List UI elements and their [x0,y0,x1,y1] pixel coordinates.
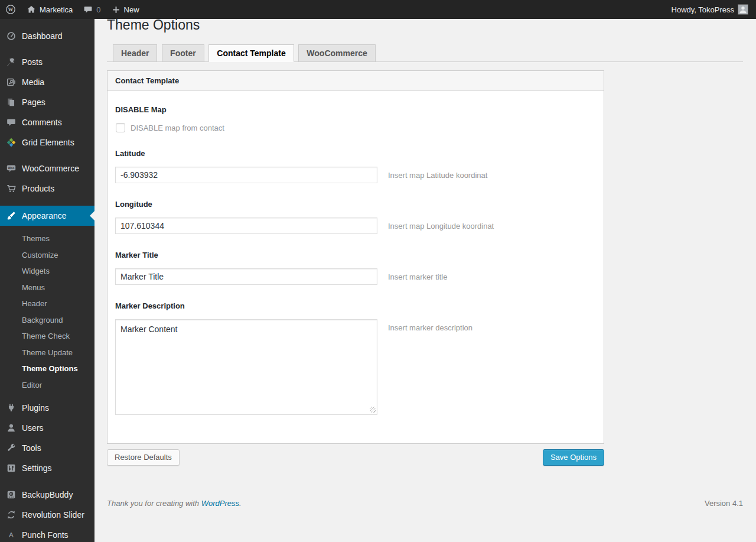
field-help-text: Insert marker title [388,268,447,281]
footer-thanks: Thank you for creating with WordPress. [107,499,242,508]
submenu-item-menus[interactable]: Menus [0,280,94,296]
sidebar-item-label: Appearance [22,211,67,220]
new-content-menu[interactable]: New [106,0,145,19]
page-title: Theme Options [107,17,743,34]
site-name-link[interactable]: Marketica [21,0,78,19]
checkbox-label: DISABLE map from contact [131,124,224,132]
menu-separator [0,199,94,206]
admin-footer: Thank you for creating with WordPress. V… [107,499,743,508]
field-label: Marker Description [115,301,596,310]
new-label: New [124,5,139,14]
comment-count: 0 [96,5,100,14]
sidebar-item-label: Grid Elements [22,138,74,147]
version-text: Version 4.1 [705,499,743,508]
sidebar-item-label: Tools [22,443,41,453]
cart-icon [0,183,22,194]
marker-description-textarea[interactable]: Marker Content [115,319,377,415]
field-label: DISABLE Map [115,105,596,114]
sidebar-item-label: Pages [22,98,45,107]
submenu-item-header[interactable]: Header [0,296,94,312]
submenu-item-editor[interactable]: Editor [0,377,94,394]
wordpress-logo-menu[interactable]: W [0,0,21,19]
grid-elements-icon [0,137,22,148]
contact-template-panel: Contact Template DISABLE Map DISABLE map… [107,70,604,444]
sidebar-item-settings[interactable]: Settings [0,458,94,478]
howdy-text: Howdy, TokoPress [672,5,734,14]
longitude-input[interactable] [115,218,377,234]
wrench-icon [0,443,22,453]
sidebar-item-pages[interactable]: Pages [0,92,94,112]
sidebar-item-label: Products [22,184,54,193]
disable-map-checkbox[interactable] [116,123,125,132]
field-label: Latitude [115,149,596,158]
sidebar-item-label: Comments [22,118,62,127]
avatar [738,5,748,14]
submenu-item-theme-update[interactable]: Theme Update [0,345,94,361]
svg-text:W: W [8,7,14,12]
account-menu[interactable]: Howdy, TokoPress [666,0,756,19]
sidebar-item-label: Revolution Slider [22,510,84,520]
sidebar-item-appearance[interactable]: Appearance [0,206,94,226]
restore-defaults-button[interactable]: Restore Defaults [107,449,180,466]
sidebar-item-backupbuddy[interactable]: BackupBuddy [0,485,94,505]
sidebar-item-dashboard[interactable]: Dashboard [0,26,94,46]
home-icon [27,5,36,14]
sidebar-item-media[interactable]: Media [0,72,94,92]
admin-sidebar: Dashboard Posts Media Pages Comments Gri… [0,19,94,542]
disable-map-option: DISABLE map from contact [115,123,596,132]
plus-icon [112,5,120,14]
sidebar-item-grid-elements[interactable]: Grid Elements [0,132,94,152]
field-help-text: Insert map Latitude koordinat [388,167,487,180]
plugin-icon [0,403,22,413]
tab-footer[interactable]: Footer [162,44,204,62]
submenu-item-theme-options[interactable]: Theme Options [0,361,94,377]
user-icon [0,423,22,433]
footer-thanks-text: Thank you for creating with [107,499,199,508]
field-label: Longitude [115,200,596,209]
sidebar-item-posts[interactable]: Posts [0,52,94,72]
form-actions: Restore Defaults Save Options [107,449,604,466]
sidebar-item-comments[interactable]: Comments [0,112,94,132]
submenu-item-themes[interactable]: Themes [0,231,94,247]
field-disable-map: DISABLE Map DISABLE map from contact [115,105,596,132]
site-name: Marketica [40,5,73,14]
latitude-input[interactable] [115,167,377,183]
submenu-item-background[interactable]: Background [0,312,94,329]
field-marker-description: Marker Description Marker Content Insert… [115,301,596,415]
sidebar-item-revolution-slider[interactable]: Revolution Slider [0,505,94,525]
save-options-button[interactable]: Save Options [543,449,604,466]
brush-icon [0,210,22,221]
wordpress-link[interactable]: WordPress [201,499,239,508]
menu-separator [0,478,94,485]
pin-icon [0,57,22,67]
tab-woocommerce[interactable]: WooCommerce [298,44,375,62]
comments-icon [0,117,22,128]
marker-title-input[interactable] [115,268,377,285]
dashboard-icon [0,31,22,41]
submenu-item-widgets[interactable]: Widgets [0,263,94,280]
pages-icon [0,97,22,108]
sidebar-item-label: Plugins [22,403,49,413]
sidebar-item-punch-fonts[interactable]: A Punch Fonts [0,525,94,542]
admin-bar-left: W Marketica 0 New [0,0,145,19]
tab-header[interactable]: Header [113,44,157,62]
sidebar-item-users[interactable]: Users [0,418,94,438]
comments-counter[interactable]: 0 [78,0,106,19]
sidebar-item-plugins[interactable]: Plugins [0,398,94,418]
submenu-item-customize[interactable]: Customize [0,247,94,264]
sidebar-item-label: Posts [22,57,43,67]
comment-bubble-icon [83,5,93,14]
theme-options-tabs: Header Footer Contact Template WooCommer… [107,44,743,62]
main-content: Theme Options Header Footer Contact Temp… [94,0,756,508]
field-label: Marker Title [115,251,596,259]
field-latitude: Latitude Insert map Latitude koordinat [115,149,596,183]
tab-contact-template[interactable]: Contact Template [208,44,294,62]
appearance-submenu: Themes Customize Widgets Menus Header Ba… [0,226,94,398]
backup-icon [0,489,22,500]
sidebar-item-label: BackupBuddy [22,490,73,499]
sidebar-item-products[interactable]: Products [0,178,94,199]
sidebar-item-woocommerce[interactable]: Woo WooCommerce [0,158,94,178]
sidebar-item-tools[interactable]: Tools [0,438,94,458]
sidebar-item-label: Users [22,423,44,433]
submenu-item-theme-check[interactable]: Theme Check [0,328,94,345]
